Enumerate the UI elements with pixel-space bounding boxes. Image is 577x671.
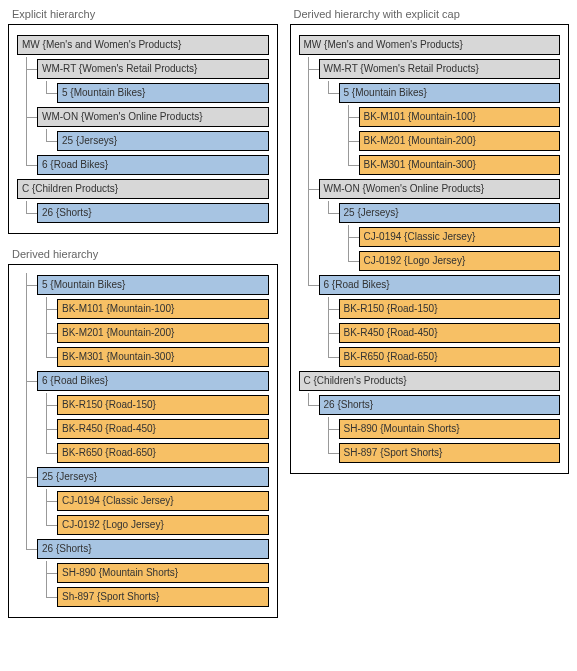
node-bk-m301: BK-M301 {Mountain-300} xyxy=(57,347,269,367)
tree-row: BK-R650 {Road-650} xyxy=(299,345,560,369)
node-wm-rt: WM-RT {Women's Retail Products} xyxy=(37,59,269,79)
tree-row: SH-890 {Mountain Shorts} xyxy=(17,561,269,585)
tree-row: 26 {Shorts} xyxy=(17,537,269,561)
node-6: 6 {Road Bikes} xyxy=(319,275,560,295)
explicit-tree: MW {Men's and Women's Products} WM-RT {W… xyxy=(17,33,269,225)
node-6: 6 {Road Bikes} xyxy=(37,155,269,175)
tree-row: 26 {Shorts} xyxy=(17,201,269,225)
node-c: C {Children Products} xyxy=(17,179,269,199)
tree-row: CJ-0194 {Classic Jersey} xyxy=(299,225,560,249)
derived-cap-title: Derived hierarchy with explicit cap xyxy=(294,8,569,20)
tree-row: MW {Men's and Women's Products} xyxy=(299,33,560,57)
derived-panel: 5 {Mountain Bikes} BK-M101 {Mountain-100… xyxy=(8,264,278,618)
tree-row: BK-R650 {Road-650} xyxy=(17,441,269,465)
node-wm-on: WM-ON {Women's Online Products} xyxy=(319,179,560,199)
left-column: Explicit hierarchy MW {Men's and Women's… xyxy=(8,8,278,618)
node-wm-rt: WM-RT {Women's Retail Products} xyxy=(319,59,560,79)
tree-row: CJ-0192 {Logo Jersey} xyxy=(17,513,269,537)
node-sh-890: SH-890 {Mountain Shorts} xyxy=(57,563,269,583)
tree-row: BK-R450 {Road-450} xyxy=(299,321,560,345)
node-25: 25 {Jerseys} xyxy=(57,131,269,151)
node-mw: MW {Men's and Women's Products} xyxy=(299,35,560,55)
tree-row: WM-ON {Women's Online Products} xyxy=(299,177,560,201)
node-c: C {Children's Products} xyxy=(299,371,560,391)
node-5: 5 {Mountain Bikes} xyxy=(339,83,560,103)
tree-row: WM-RT {Women's Retail Products} xyxy=(299,57,560,81)
node-cj-0192: CJ-0192 {Logo Jersey} xyxy=(359,251,560,271)
node-sh-897: Sh-897 {Sport Shorts} xyxy=(57,587,269,607)
explicit-panel: MW {Men's and Women's Products} WM-RT {W… xyxy=(8,24,278,234)
tree-row: MW {Men's and Women's Products} xyxy=(17,33,269,57)
tree-row: BK-M301 {Mountain-300} xyxy=(17,345,269,369)
node-bk-r450: BK-R450 {Road-450} xyxy=(57,419,269,439)
tree-row: 26 {Shorts} xyxy=(299,393,560,417)
node-sh-897: SH-897 {Sport Shorts} xyxy=(339,443,560,463)
explicit-title: Explicit hierarchy xyxy=(12,8,278,20)
derived-section: Derived hierarchy 5 {Mountain Bikes} BK-… xyxy=(8,248,278,618)
tree-row: WM-ON {Women's Online Products} xyxy=(17,105,269,129)
derived-cap-tree: MW {Men's and Women's Products} WM-RT {W… xyxy=(299,33,560,465)
node-bk-m201: BK-M201 {Mountain-200} xyxy=(57,323,269,343)
tree-row: CJ-0192 {Logo Jersey} xyxy=(299,249,560,273)
tree-row: SH-897 {Sport Shorts} xyxy=(299,441,560,465)
node-sh-890: SH-890 {Mountain Shorts} xyxy=(339,419,560,439)
node-26: 26 {Shorts} xyxy=(37,539,269,559)
node-25: 25 {Jerseys} xyxy=(339,203,560,223)
tree-row: 5 {Mountain Bikes} xyxy=(17,81,269,105)
node-mw: MW {Men's and Women's Products} xyxy=(17,35,269,55)
tree-row: BK-M201 {Mountain-200} xyxy=(299,129,560,153)
node-wm-on: WM-ON {Women's Online Products} xyxy=(37,107,269,127)
tree-row: 6 {Road Bikes} xyxy=(299,273,560,297)
node-cj-0194: CJ-0194 {Classic Jersey} xyxy=(57,491,269,511)
tree-row: BK-M101 {Mountain-100} xyxy=(299,105,560,129)
tree-row: 25 {Jerseys} xyxy=(17,129,269,153)
node-cj-0192: CJ-0192 {Logo Jersey} xyxy=(57,515,269,535)
node-bk-r150: BK-R150 {Road-150} xyxy=(57,395,269,415)
tree-row: CJ-0194 {Classic Jersey} xyxy=(17,489,269,513)
node-bk-m201: BK-M201 {Mountain-200} xyxy=(359,131,560,151)
node-25: 25 {Jerseys} xyxy=(37,467,269,487)
explicit-section: Explicit hierarchy MW {Men's and Women's… xyxy=(8,8,278,234)
derived-title: Derived hierarchy xyxy=(12,248,278,260)
tree-row: 5 {Mountain Bikes} xyxy=(299,81,560,105)
node-bk-r650: BK-R650 {Road-650} xyxy=(339,347,560,367)
node-bk-r650: BK-R650 {Road-650} xyxy=(57,443,269,463)
node-cj-0194: CJ-0194 {Classic Jersey} xyxy=(359,227,560,247)
tree-row: 6 {Road Bikes} xyxy=(17,153,269,177)
right-column: Derived hierarchy with explicit cap MW {… xyxy=(290,8,569,474)
tree-row: BK-M101 {Mountain-100} xyxy=(17,297,269,321)
node-6: 6 {Road Bikes} xyxy=(37,371,269,391)
tree-row: Sh-897 {Sport Shorts} xyxy=(17,585,269,609)
tree-row: 6 {Road Bikes} xyxy=(17,369,269,393)
page: Explicit hierarchy MW {Men's and Women's… xyxy=(8,8,569,618)
node-bk-r150: BK-R150 {Road-150} xyxy=(339,299,560,319)
tree-row: SH-890 {Mountain Shorts} xyxy=(299,417,560,441)
tree-row: 25 {Jerseys} xyxy=(17,465,269,489)
node-bk-m301: BK-M301 {Mountain-300} xyxy=(359,155,560,175)
node-26: 26 {Shorts} xyxy=(319,395,560,415)
derived-tree: 5 {Mountain Bikes} BK-M101 {Mountain-100… xyxy=(17,273,269,609)
node-26: 26 {Shorts} xyxy=(37,203,269,223)
tree-row: BK-R150 {Road-150} xyxy=(299,297,560,321)
node-bk-m101: BK-M101 {Mountain-100} xyxy=(359,107,560,127)
tree-row: BK-M301 {Mountain-300} xyxy=(299,153,560,177)
tree-row: C {Children's Products} xyxy=(299,369,560,393)
tree-row: BK-R450 {Road-450} xyxy=(17,417,269,441)
tree-row: C {Children Products} xyxy=(17,177,269,201)
tree-row: BK-R150 {Road-150} xyxy=(17,393,269,417)
tree-row: WM-RT {Women's Retail Products} xyxy=(17,57,269,81)
node-bk-m101: BK-M101 {Mountain-100} xyxy=(57,299,269,319)
derived-cap-panel: MW {Men's and Women's Products} WM-RT {W… xyxy=(290,24,569,474)
node-5: 5 {Mountain Bikes} xyxy=(37,275,269,295)
tree-row: 5 {Mountain Bikes} xyxy=(17,273,269,297)
tree-row: 25 {Jerseys} xyxy=(299,201,560,225)
tree-row: BK-M201 {Mountain-200} xyxy=(17,321,269,345)
node-bk-r450: BK-R450 {Road-450} xyxy=(339,323,560,343)
node-5: 5 {Mountain Bikes} xyxy=(57,83,269,103)
